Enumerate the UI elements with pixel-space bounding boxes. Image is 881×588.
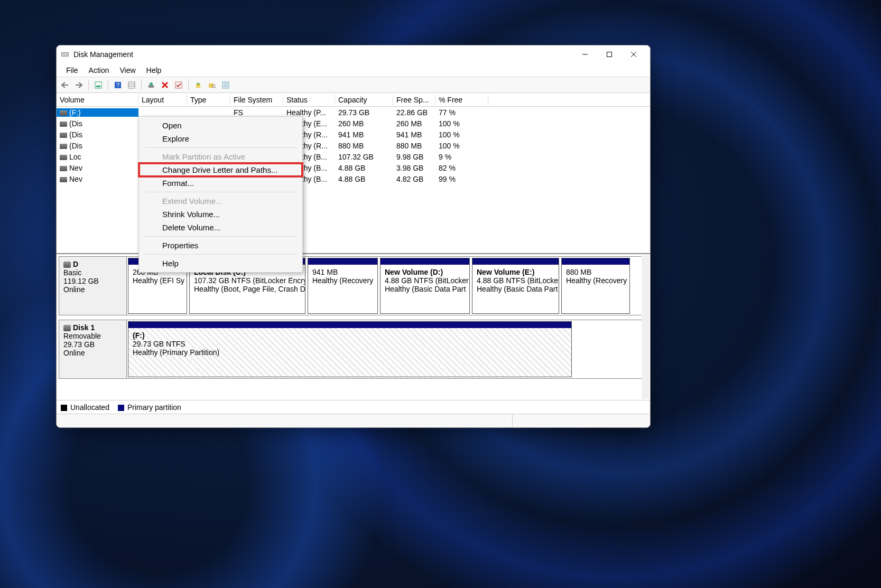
back-icon[interactable] (59, 79, 71, 91)
partition-line2: Healthy (Basic Data Part (385, 285, 465, 293)
volume-pfree: 100 % (435, 130, 488, 139)
maximize-button[interactable] (597, 46, 622, 63)
volume-pfree: 100 % (435, 119, 488, 128)
disk-type: Basic (63, 268, 122, 277)
col-free-space[interactable]: Free Sp... (393, 95, 435, 105)
col-file-system[interactable]: File System (230, 95, 283, 105)
disk-icon (63, 262, 71, 268)
volume-name: (Dis (57, 130, 138, 139)
window-controls (573, 46, 646, 63)
partition-line2: Healthy (EFI Sy (133, 276, 182, 285)
col-status[interactable]: Status (283, 95, 335, 105)
menu-help[interactable]: Help (141, 65, 167, 76)
col-layout[interactable]: Layout (138, 95, 187, 105)
volume-icon (60, 177, 67, 182)
app-icon (61, 50, 69, 59)
partition-body: 941 MBHealthy (Recovery (308, 265, 377, 313)
partition-header (381, 258, 469, 265)
legend-unallocated: Unallocated (61, 403, 109, 412)
partition[interactable]: 880 MBHealthy (Recovery (561, 258, 630, 314)
list-view-icon[interactable] (125, 79, 138, 91)
menu-open[interactable]: Open (139, 119, 302, 132)
volume-capacity: 880 MB (335, 142, 393, 150)
partition-line2: Healthy (Primary Partition) (133, 348, 567, 357)
svg-rect-18 (196, 85, 200, 88)
search-icon[interactable] (206, 79, 218, 91)
col-capacity[interactable]: Capacity (335, 95, 393, 105)
volume-name: Loc (57, 153, 138, 161)
partition-title: New Volume (E:) (477, 268, 554, 276)
menu-action[interactable]: Action (84, 65, 115, 76)
delete-icon[interactable] (159, 79, 171, 91)
settings-icon[interactable] (145, 79, 157, 91)
partition[interactable]: New Volume (E:)4.88 GB NTFS (BitLockerHe… (472, 258, 559, 314)
properties-icon[interactable] (219, 79, 232, 91)
menu-properties[interactable]: Properties (139, 239, 302, 252)
menu-view[interactable]: View (114, 65, 141, 76)
col-percent-free[interactable]: % Free (435, 95, 488, 105)
partition-line2: Healthy (Recovery (566, 276, 625, 285)
partition-header (472, 258, 559, 265)
volume-fs: FS (230, 108, 283, 117)
menu-explore[interactable]: Explore (139, 132, 302, 145)
volume-pfree: 77 % (435, 108, 488, 117)
svg-rect-1 (62, 53, 68, 56)
col-type[interactable]: Type (187, 95, 230, 105)
minimize-button[interactable] (573, 46, 597, 63)
partition-body: (F:)29.73 GB NTFSHealthy (Primary Partit… (128, 328, 571, 377)
disk-row-1[interactable]: Disk 1 Removable 29.73 GB Online (F:)29.… (59, 320, 648, 379)
partition[interactable]: 941 MBHealthy (Recovery (308, 258, 378, 314)
forward-icon[interactable] (72, 79, 85, 91)
volume-name: (Dis (57, 119, 138, 128)
menu-change-drive-letter[interactable]: Change Drive Letter and Paths... (139, 163, 302, 176)
disk-size: 119.12 GB (63, 277, 122, 285)
partitions: (F:)29.73 GB NTFSHealthy (Primary Partit… (127, 320, 647, 378)
volume-name: (Dis (57, 142, 138, 150)
refresh-icon[interactable] (92, 79, 105, 91)
menu-file[interactable]: File (61, 65, 84, 76)
svg-rect-19 (209, 83, 214, 88)
partition[interactable]: New Volume (D:)4.88 GB NTFS (BitLockerHe… (380, 258, 470, 314)
disk-info: D Basic 119.12 GB Online (59, 257, 127, 315)
volume-pfree: 99 % (435, 175, 488, 183)
partition-line2: Healthy (Recovery (312, 276, 373, 285)
volume-status: Healthy (P... (283, 108, 335, 117)
partition-header (308, 258, 377, 265)
partition-title: New Volume (D:) (385, 268, 465, 276)
scrollbar[interactable] (642, 255, 649, 399)
volume-list-header: Volume Layout Type File System Status Ca… (57, 93, 650, 107)
disk-pane[interactable]: D Basic 119.12 GB Online 260 MBHealthy (… (57, 254, 650, 400)
menu-format[interactable]: Format... (139, 176, 302, 190)
menu-help[interactable]: Help (139, 257, 302, 270)
volume-icon (60, 110, 67, 116)
disk-icon (63, 325, 71, 331)
volume-pfree: 82 % (435, 164, 488, 172)
legend: Unallocated Primary partition (57, 400, 650, 414)
partition-line1: 4.88 GB NTFS (BitLocker (477, 276, 554, 285)
partition-line1: 4.88 GB NTFS (BitLocker (385, 276, 465, 285)
partition-header (562, 258, 629, 265)
svg-rect-3 (607, 52, 612, 57)
disk-type: Removable (63, 332, 122, 340)
statusbar (57, 414, 650, 427)
partition-header (128, 322, 571, 328)
volume-free: 22.86 GB (393, 108, 435, 117)
svg-text:?: ? (116, 82, 119, 88)
partition-line1: 29.73 GB NTFS (133, 340, 567, 348)
volume-capacity: 107.32 GB (335, 153, 393, 161)
volume-icon (60, 133, 67, 138)
partition[interactable]: (F:)29.73 GB NTFSHealthy (Primary Partit… (128, 321, 572, 377)
volume-capacity: 4.88 GB (335, 175, 393, 183)
partition-line1: 941 MB (312, 268, 373, 276)
menu-shrink-volume[interactable]: Shrink Volume... (139, 208, 302, 221)
menu-delete-volume[interactable]: Delete Volume... (139, 221, 302, 234)
check-icon[interactable] (172, 79, 185, 91)
up-arrow-icon[interactable] (192, 79, 205, 91)
svg-rect-17 (175, 82, 182, 88)
svg-rect-7 (96, 86, 100, 87)
col-volume[interactable]: Volume (57, 95, 138, 105)
close-button[interactable] (622, 46, 646, 63)
disk-status: Online (63, 349, 122, 357)
volume-free: 4.82 GB (393, 175, 435, 183)
help-icon[interactable]: ? (112, 79, 124, 91)
